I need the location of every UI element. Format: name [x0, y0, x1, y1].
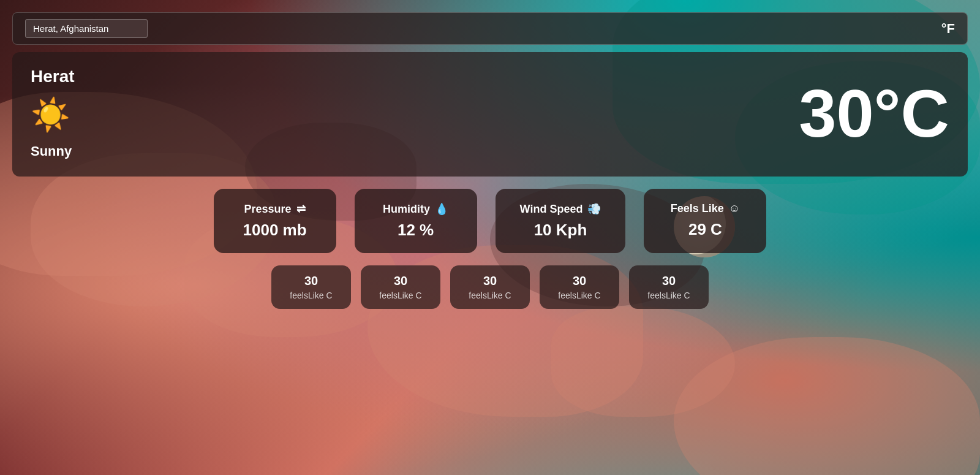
hourly-card-4: 30 feelsLike C: [629, 265, 709, 309]
wind-speed-text: Wind Speed: [520, 203, 583, 216]
weather-condition: Sunny: [31, 143, 75, 159]
hourly-feels-1: feelsLike C: [373, 291, 428, 300]
hourly-cards-container: 30 feelsLike C 30 feelsLike C 30 feelsLi…: [12, 265, 968, 309]
hourly-feels-4: feelsLike C: [641, 291, 696, 300]
feels-like-card: Feels Like ☺ 29 C: [644, 189, 766, 253]
wind-speed-value: 10 Kph: [520, 221, 601, 240]
pressure-text: Pressure: [244, 203, 292, 216]
temp-unit-toggle[interactable]: °F: [941, 21, 955, 37]
hourly-temp-0: 30: [284, 274, 339, 288]
pressure-card: Pressure ⇌ 1000 mb: [214, 189, 336, 253]
feels-like-label: Feels Like ☺: [668, 202, 742, 215]
hourly-feels-2: feelsLike C: [462, 291, 518, 300]
hourly-card-3: 30 feelsLike C: [540, 265, 619, 309]
weather-icon: ☀️: [31, 96, 75, 134]
pressure-icon: ⇌: [296, 202, 306, 216]
humidity-card: Humidity 💧 12 %: [355, 189, 477, 253]
hourly-card-2: 30 feelsLike C: [450, 265, 530, 309]
wind-speed-label: Wind Speed 💨: [520, 202, 601, 216]
main-temperature: 30°C: [799, 80, 949, 147]
search-bar: °F: [12, 12, 968, 45]
main-card-left: Herat ☀️ Sunny: [31, 67, 75, 159]
feels-like-value: 29 C: [668, 220, 742, 239]
humidity-text: Humidity: [383, 203, 430, 216]
pressure-value: 1000 mb: [238, 221, 312, 240]
humidity-icon: 💧: [435, 202, 448, 216]
hourly-feels-3: feelsLike C: [552, 291, 607, 300]
feels-like-text: Feels Like: [671, 202, 724, 215]
wind-speed-card: Wind Speed 💨 10 Kph: [496, 189, 626, 253]
detail-cards-container: Pressure ⇌ 1000 mb Humidity 💧 12 % Wind …: [12, 189, 968, 253]
wind-speed-icon: 💨: [587, 202, 601, 216]
search-input[interactable]: [25, 19, 148, 38]
hourly-temp-1: 30: [373, 274, 428, 288]
hourly-temp-3: 30: [552, 274, 607, 288]
hourly-temp-4: 30: [641, 274, 696, 288]
hourly-feels-0: feelsLike C: [284, 291, 339, 300]
city-name: Herat: [31, 67, 75, 86]
pressure-label: Pressure ⇌: [238, 202, 312, 216]
humidity-value: 12 %: [379, 221, 453, 240]
humidity-label: Humidity 💧: [379, 202, 453, 216]
hourly-card-1: 30 feelsLike C: [361, 265, 440, 309]
main-content: °F Herat ☀️ Sunny 30°C Pressure ⇌ 1000 m…: [0, 0, 980, 475]
hourly-temp-2: 30: [462, 274, 518, 288]
hourly-card-0: 30 feelsLike C: [271, 265, 351, 309]
feels-like-icon: ☺: [729, 202, 740, 215]
main-weather-card: Herat ☀️ Sunny 30°C: [12, 52, 968, 177]
